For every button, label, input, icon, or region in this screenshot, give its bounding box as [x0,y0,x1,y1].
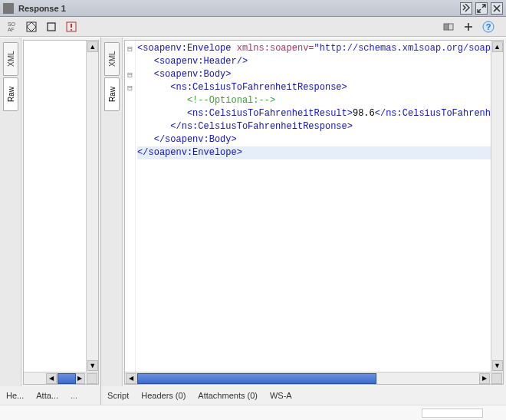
fold-gutter[interactable]: ⊟ ⊟ ⊟ [125,41,136,372]
fold-handle[interactable]: ⊟ [125,81,135,94]
scroll-up-icon[interactable]: ▲ [492,41,503,52]
minimize-icon [462,4,471,13]
close-button[interactable] [491,2,503,15]
error-button[interactable] [64,20,78,34]
window-title: Response 1 [18,4,457,13]
maximize-icon [477,4,486,13]
maximize-button[interactable] [475,2,488,15]
soap-format-button[interactable]: SO AF [5,20,18,34]
app-icon [3,3,14,14]
tab-xml-right[interactable]: XML [104,42,120,76]
scroll-right-icon[interactable]: ▶ [74,373,85,384]
tab-script[interactable]: Script [107,391,129,400]
code-area[interactable]: <soapenv:Envelope xmlns:soapenv="http://… [136,41,491,372]
right-vertical-tabs: XML Raw [101,38,123,386]
close-icon [492,4,501,13]
scroll-up-icon[interactable]: ▲ [87,41,98,52]
status-well [422,409,483,418]
tab-xml-left[interactable]: XML [3,42,18,76]
add-button[interactable] [462,20,475,34]
scroll-down-icon[interactable]: ▼ [87,360,98,371]
plus-icon [463,21,474,32]
minimize-button[interactable] [460,2,472,15]
left-vertical-tabs: XML Raw [0,38,21,386]
scroll-right-icon[interactable]: ▶ [479,373,490,384]
tab-wsa[interactable]: WS-A [270,391,292,400]
error-icon [66,21,77,32]
toolbar: SO AF ? [0,17,506,37]
svg-rect-5 [444,24,449,30]
tab-headers-right[interactable]: Headers (0) [141,391,186,400]
tab-more-left[interactable]: ... [71,391,77,400]
svg-point-4 [71,29,72,31]
tab-raw-left[interactable]: Raw [3,77,18,111]
xml-editor: ⊟ ⊟ ⊟ <soapenv:Envelope xmlns:soapenv="h… [124,40,504,385]
tab-attachments-right[interactable]: Attachments (0) [198,391,258,400]
svg-rect-1 [48,23,55,31]
svg-rect-6 [449,24,453,30]
tab-raw-right[interactable]: Raw [104,77,120,111]
validate-icon [26,21,37,32]
toggle-icon [443,21,454,32]
left-vertical-scrollbar[interactable]: ▲ ▼ [86,41,98,372]
scroll-left-icon[interactable]: ◀ [46,373,57,384]
scroll-left-icon[interactable]: ◀ [126,373,136,384]
right-vertical-scrollbar[interactable]: ▲ ▼ [491,41,503,372]
svg-text:?: ? [486,22,491,31]
help-icon: ? [482,21,495,33]
left-horizontal-scrollbar[interactable]: ◀ ▶ [24,372,98,384]
stop-icon [46,21,57,32]
validate-button[interactable] [25,20,38,34]
right-horizontal-scrollbar[interactable]: ◀ ▶ [125,372,503,384]
fold-handle[interactable]: ⊟ [125,68,135,81]
help-button[interactable]: ? [481,20,495,34]
right-bottom-tabs: Script Headers (0) Attachments (0) WS-A [101,386,506,405]
fold-handle[interactable]: ⊟ [125,42,135,55]
toggle-button[interactable] [442,20,455,34]
title-bar: Response 1 [0,0,506,17]
scroll-corner[interactable] [491,373,502,384]
left-bottom-tabs: He... Atta... ... [0,386,100,405]
scroll-down-icon[interactable]: ▼ [492,360,503,371]
left-editor: ▲ ▼ ◀ ▶ [23,40,99,385]
tab-headers-left[interactable]: He... [6,391,24,400]
scroll-corner[interactable] [87,373,97,384]
stop-button[interactable] [44,20,58,34]
svg-rect-0 [27,22,36,31]
status-bar [0,405,506,420]
tab-attachments-left[interactable]: Atta... [36,391,58,400]
